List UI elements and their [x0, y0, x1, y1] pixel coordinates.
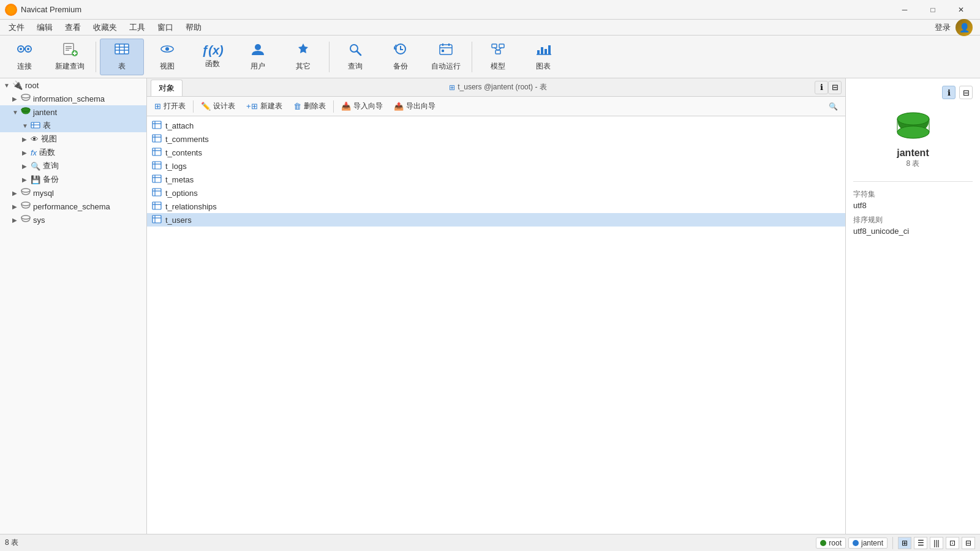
table-item-t_logs[interactable]: t_logs: [147, 159, 845, 173]
sidebar-item-mysql[interactable]: ▶ mysql: [0, 186, 146, 200]
title-bar: Navicat Premium ─ □ ✕: [0, 0, 980, 20]
sidebar-queries-label: 查询: [43, 160, 59, 171]
close-button[interactable]: ✕: [947, 0, 975, 20]
menu-tools[interactable]: 工具: [123, 20, 151, 35]
sys-icon: [21, 215, 31, 225]
t-comments-label: t_comments: [165, 135, 209, 144]
svg-rect-23: [440, 45, 452, 54]
tab-objects[interactable]: 对象: [151, 80, 183, 96]
menu-help[interactable]: 帮助: [179, 20, 208, 35]
sidebar-item-sys[interactable]: ▶ sys: [0, 213, 146, 227]
app-logo: [5, 4, 17, 16]
status-table-count: 8 表: [5, 538, 18, 548]
collation-value: utf8_unicode_ci: [853, 227, 973, 236]
other-icon: [295, 42, 312, 59]
status-root-tag[interactable]: root: [816, 538, 846, 549]
t-metas-icon: [152, 174, 162, 185]
maximize-button[interactable]: □: [919, 0, 947, 20]
sidebar-performance-schema-label: performance_schema: [33, 202, 110, 211]
svg-rect-65: [153, 202, 161, 209]
table-item-t_options[interactable]: t_options: [147, 186, 845, 200]
toolbar-connect[interactable]: 连接: [2, 39, 47, 75]
delete-table-btn[interactable]: 🗑 删除表: [288, 99, 331, 113]
status-view-list-btn[interactable]: ☰: [914, 537, 927, 549]
menu-view[interactable]: 查看: [59, 20, 87, 35]
toolbar-model[interactable]: 模型: [476, 39, 520, 75]
status-jantent-tag[interactable]: jantent: [848, 538, 888, 549]
toolbar-other[interactable]: 其它: [281, 39, 325, 75]
sidebar-item-backups[interactable]: ▶ 💾 备份: [0, 173, 146, 186]
info-grid-btn[interactable]: ⊟: [959, 86, 973, 99]
toolbar-sep-2: [329, 42, 330, 72]
menu-edit[interactable]: 编辑: [31, 20, 59, 35]
status-view-expand-btn[interactable]: ⊡: [946, 537, 959, 549]
sidebar-item-views[interactable]: ▶ 👁 视图: [0, 132, 146, 146]
status-view-grid-btn[interactable]: ⊞: [898, 537, 911, 549]
toolbar-chart[interactable]: 图表: [521, 39, 565, 75]
backup-icon: [392, 42, 409, 59]
user-avatar[interactable]: 👤: [956, 19, 973, 36]
table-item-t_attach[interactable]: t_attach: [147, 119, 845, 132]
design-table-btn[interactable]: ✏️ 设计表: [196, 99, 240, 113]
table-item-t_users[interactable]: t_users: [147, 213, 845, 227]
info-divider-1: [853, 181, 973, 182]
main-area: ▼ 🔌 root ▶ information_schema ▼ jantent …: [0, 78, 980, 534]
new-table-btn[interactable]: +⊞ 新建表: [241, 99, 287, 113]
design-table-icon: ✏️: [201, 102, 211, 111]
table-item-t_contents[interactable]: t_contents: [147, 146, 845, 159]
sidebar-item-root[interactable]: ▼ 🔌 root: [0, 78, 146, 92]
sidebar-item-queries[interactable]: ▶ 🔍 查询: [0, 159, 146, 173]
toolbar-table[interactable]: 表: [100, 39, 144, 75]
sidebar-tables-label: 表: [43, 120, 51, 131]
info-btn[interactable]: ℹ: [815, 81, 828, 94]
import-wizard-btn[interactable]: 📥 导入向导: [336, 99, 388, 113]
toolbar-function[interactable]: ƒ(x) 函数: [190, 39, 235, 75]
table-item-t_metas[interactable]: t_metas: [147, 173, 845, 186]
tbl-sep-2: [333, 100, 334, 113]
sidebar-item-functions[interactable]: ▶ fx 函数: [0, 146, 146, 159]
minimize-button[interactable]: ─: [891, 0, 919, 20]
status-right: root jantent ⊞ ☰ ||| ⊡ ⊟: [816, 537, 975, 549]
sidebar-item-jantent[interactable]: ▼ jantent: [0, 105, 146, 119]
sidebar-item-tables[interactable]: ▼ 表: [0, 119, 146, 132]
export-wizard-btn[interactable]: 📤 导出向导: [389, 99, 440, 113]
tbl-sep-1: [193, 100, 194, 113]
t-users-label: t_users: [165, 216, 192, 225]
toolbar-view[interactable]: 视图: [145, 39, 189, 75]
svg-rect-59: [153, 175, 161, 182]
grid-btn[interactable]: ⊟: [828, 81, 842, 94]
login-label[interactable]: 登录: [935, 22, 951, 33]
expand-perf-arrow: ▶: [12, 203, 21, 210]
toolbar-new-query[interactable]: 新建查询: [48, 39, 92, 75]
svg-point-19: [255, 44, 261, 50]
object-panel: 对象 ⊞ t_users @jantent (root) - 表 ℹ ⊟ ⊞ 打…: [147, 78, 845, 534]
menu-window[interactable]: 窗口: [151, 20, 179, 35]
search-icon: 🔍: [829, 102, 838, 111]
toolbar-schedule[interactable]: 自动运行: [424, 39, 468, 75]
table-item-t_relationships[interactable]: t_relationships: [147, 200, 845, 213]
toolbar-backup[interactable]: 备份: [379, 39, 423, 75]
t-metas-label: t_metas: [165, 175, 194, 184]
search-btn[interactable]: 🔍: [824, 100, 843, 113]
info-detail-btn[interactable]: ℹ: [942, 86, 956, 99]
svg-rect-47: [153, 121, 161, 129]
open-table-icon: ⊞: [154, 102, 161, 111]
status-view-collapse-btn[interactable]: ⊟: [962, 537, 975, 549]
info-panel: ℹ ⊟ jantent 8 表 字符集 utf: [845, 78, 980, 534]
open-table-btn[interactable]: ⊞ 打开表: [149, 99, 190, 113]
toolbar-query[interactable]: 查询: [333, 39, 377, 75]
backups-folder-icon: 💾: [31, 175, 40, 184]
t-relationships-icon: [152, 201, 162, 212]
toolbar-user[interactable]: 用户: [236, 39, 280, 75]
t-options-icon: [152, 188, 162, 198]
sidebar-item-performance-schema[interactable]: ▶ performance_schema: [0, 200, 146, 213]
menu-file[interactable]: 文件: [2, 20, 31, 35]
status-view-detail-btn[interactable]: |||: [930, 537, 943, 549]
table-toolbar-left: ⊞ 打开表 ✏️ 设计表 +⊞ 新建表 🗑 删除表 📥: [149, 99, 440, 113]
menu-favorites[interactable]: 收藏夹: [87, 20, 123, 35]
sidebar-item-information-schema[interactable]: ▶ information_schema: [0, 92, 146, 105]
table-item-t_comments[interactable]: t_comments: [147, 132, 845, 146]
svg-point-18: [165, 47, 169, 51]
svg-rect-28: [492, 44, 497, 48]
table-icon: [113, 42, 130, 59]
